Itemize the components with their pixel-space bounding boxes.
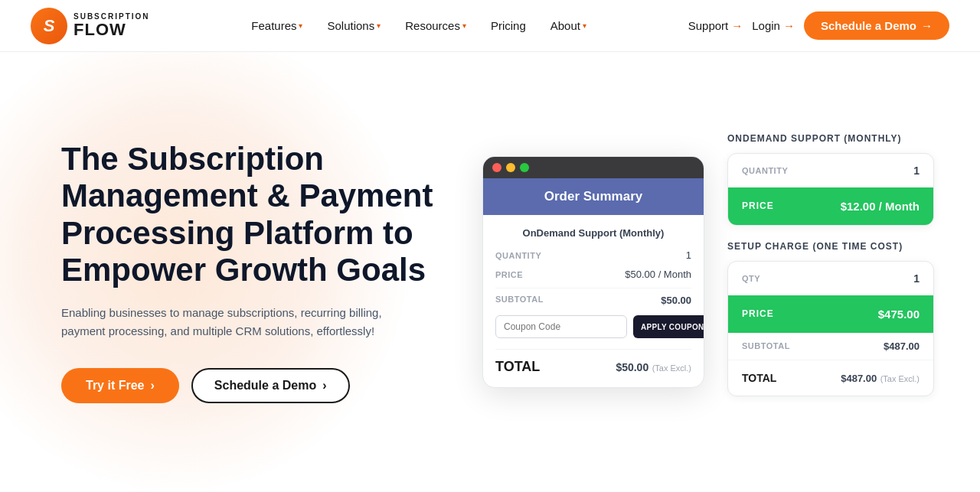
panel-quantity-value: 1 bbox=[913, 165, 920, 177]
minimize-window-icon bbox=[506, 163, 515, 172]
panel-subtotal-row: SUBTOTAL $487.00 bbox=[728, 333, 933, 360]
panel-setup-price-row: PRICE $475.00 bbox=[728, 295, 933, 333]
order-price-value: $50.00 / Month bbox=[625, 269, 691, 280]
order-total-value: $50.00 bbox=[616, 361, 648, 373]
panel-total-row: TOTAL $487.00 (Tax Excl.) bbox=[728, 360, 933, 396]
panel-qty-value: 1 bbox=[913, 272, 920, 285]
nav-links: Features ▾ Solutions ▾ Resources ▾ Prici… bbox=[240, 13, 597, 38]
nav-pricing[interactable]: Pricing bbox=[480, 13, 537, 38]
panel-price-label: PRICE bbox=[742, 200, 774, 211]
hero-buttons: Try it Free › Schedule a Demo › bbox=[61, 368, 459, 403]
panel-price-value: $12.00 / Month bbox=[841, 200, 920, 213]
logo-text: SUBSCRIPTION FLOW bbox=[74, 12, 150, 39]
nav-features[interactable]: Features ▾ bbox=[240, 13, 313, 38]
arrow-right-icon: › bbox=[150, 379, 154, 393]
logo[interactable]: S SUBSCRIPTION FLOW bbox=[31, 8, 150, 44]
schedule-demo-nav-button[interactable]: Schedule a Demo → bbox=[804, 11, 949, 40]
panel-total-value: $487.00 bbox=[841, 373, 877, 384]
order-quantity-row: QUANTITY 1 bbox=[495, 249, 691, 261]
right-panel: ONDEMAND SUPPORT (MONTHLY) QUANTITY 1 PR… bbox=[727, 133, 934, 412]
order-card-header: Order Summary bbox=[483, 178, 704, 215]
order-product-name: OnDemand Support (Monthly) bbox=[495, 227, 691, 239]
hero-left: The Subscription Management & Payment Pr… bbox=[61, 141, 459, 403]
order-subtotal-value: $50.00 bbox=[661, 295, 691, 306]
panel-qty-row: QTY 1 bbox=[728, 262, 933, 295]
order-price-row: PRICE $50.00 / Month bbox=[495, 269, 691, 280]
panel-total-amount: $487.00 (Tax Excl.) bbox=[841, 371, 920, 385]
chevron-down-icon: ▾ bbox=[377, 21, 381, 30]
nav-login[interactable]: Login → bbox=[752, 19, 795, 32]
panel-section2-card: QTY 1 PRICE $475.00 SUBTOTAL $487.00 TOT… bbox=[727, 261, 934, 396]
order-total-amount: $50.00 (Tax Excl.) bbox=[616, 360, 691, 374]
chevron-down-icon: ▾ bbox=[583, 21, 586, 30]
arrow-right-icon: › bbox=[322, 379, 326, 393]
order-price-label: PRICE bbox=[495, 270, 523, 279]
navbar: S SUBSCRIPTION FLOW Features ▾ Solutions… bbox=[0, 0, 980, 52]
panel-quantity-label: QUANTITY bbox=[742, 166, 788, 175]
nav-support[interactable]: Support → bbox=[688, 19, 743, 32]
panel-tax-label: (Tax Excl.) bbox=[880, 374, 920, 383]
order-total-row: TOTAL $50.00 (Tax Excl.) bbox=[495, 349, 691, 375]
panel-section2-title: SETUP CHARGE (one time cost) bbox=[727, 241, 934, 252]
panel-setup-price-value: $475.00 bbox=[878, 308, 920, 321]
panel-total-label: TOTAL bbox=[742, 372, 776, 384]
arrow-right-icon: → bbox=[921, 19, 933, 32]
logo-icon: S bbox=[31, 8, 67, 44]
order-subtotal-label: SUBTOTAL bbox=[495, 295, 544, 306]
apply-coupon-button[interactable]: APPLY COUPON bbox=[633, 315, 704, 338]
nav-about[interactable]: About ▾ bbox=[540, 13, 597, 38]
order-tax-label: (Tax Excl.) bbox=[652, 363, 691, 373]
order-total-label: TOTAL bbox=[495, 359, 540, 375]
order-card-body: OnDemand Support (Monthly) QUANTITY 1 PR… bbox=[483, 215, 704, 387]
try-free-button[interactable]: Try it Free › bbox=[61, 368, 179, 403]
maximize-window-icon bbox=[520, 163, 529, 172]
panel-quantity-row: QUANTITY 1 bbox=[728, 154, 933, 187]
hero-title: The Subscription Management & Payment Pr… bbox=[61, 141, 459, 288]
chevron-down-icon: ▾ bbox=[462, 21, 466, 30]
arrow-right-icon: → bbox=[731, 19, 743, 32]
panel-setup-price-label: PRICE bbox=[742, 308, 774, 319]
order-quantity-label: QUANTITY bbox=[495, 251, 541, 260]
chevron-down-icon: ▾ bbox=[299, 21, 302, 30]
coupon-row: APPLY COUPON bbox=[495, 315, 691, 338]
order-card-container: Order Summary OnDemand Support (Monthly)… bbox=[482, 156, 704, 388]
coupon-input[interactable] bbox=[495, 315, 627, 338]
order-quantity-value: 1 bbox=[686, 249, 691, 261]
panel-qty-label: QTY bbox=[742, 274, 760, 283]
window-controls bbox=[483, 157, 704, 178]
logo-flow: FLOW bbox=[74, 21, 150, 39]
panel-price-row: PRICE $12.00 / Month bbox=[728, 187, 933, 225]
panel-subtotal-value: $487.00 bbox=[884, 340, 920, 352]
panel-section1-card: QUANTITY 1 PRICE $12.00 / Month bbox=[727, 153, 934, 226]
order-subtotal-row: SUBTOTAL $50.00 bbox=[495, 295, 691, 306]
close-window-icon bbox=[492, 163, 501, 172]
nav-right: Support → Login → Schedule a Demo → bbox=[688, 11, 949, 40]
hero-section: The Subscription Management & Payment Pr… bbox=[0, 52, 980, 492]
panel-subtotal-label: SUBTOTAL bbox=[742, 341, 790, 350]
hero-description: Enabling businesses to manage subscripti… bbox=[61, 304, 413, 340]
order-divider bbox=[495, 288, 691, 288]
nav-resources[interactable]: Resources ▾ bbox=[394, 13, 477, 38]
nav-solutions[interactable]: Solutions ▾ bbox=[316, 13, 391, 38]
order-card: Order Summary OnDemand Support (Monthly)… bbox=[482, 156, 704, 388]
panel-section1-title: ONDEMAND SUPPORT (MONTHLY) bbox=[727, 133, 934, 144]
schedule-demo-button[interactable]: Schedule a Demo › bbox=[191, 368, 350, 403]
arrow-right-icon: → bbox=[783, 19, 795, 32]
